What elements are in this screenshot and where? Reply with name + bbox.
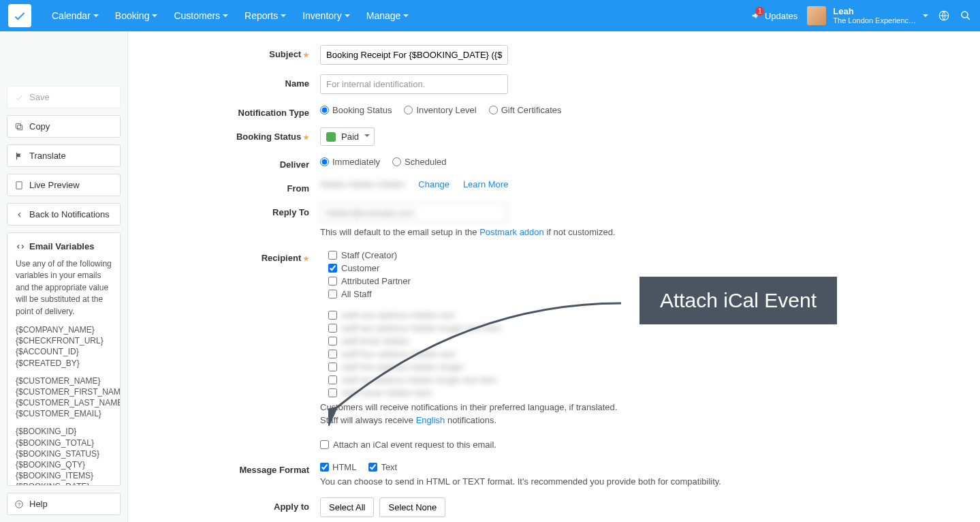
postmark-addon-link[interactable]: Postmark addon — [479, 227, 544, 237]
recipient-checkbox[interactable]: Customer — [328, 263, 865, 273]
updates-label: Updates — [765, 11, 797, 21]
select-none-button[interactable]: Select None — [379, 497, 445, 517]
reply-help: This will default to the email setup in … — [320, 226, 865, 239]
help-icon: ? — [14, 500, 24, 509]
header-right: 1 Updates Leah The London Experienc… — [751, 6, 972, 26]
learn-more-link[interactable]: Learn More — [463, 179, 508, 189]
deliver-immediately[interactable]: Immediately — [320, 157, 380, 167]
caret-down-icon — [152, 14, 157, 17]
variable-item: {$COMPANY_NAME} — [16, 324, 112, 335]
variable-item: {$ACCOUNT_ID} — [16, 346, 112, 357]
notif-type-gift-certificates[interactable]: Gift Certificates — [489, 105, 562, 115]
user-menu[interactable]: Leah The London Experienc… — [807, 6, 928, 26]
deliver-label: Deliver — [155, 155, 320, 170]
variable-item: {$BOOKING_DATE} — [16, 481, 112, 486]
from-label: From — [155, 179, 320, 194]
sidebar: Save Copy Translate Live Preview Back to… — [0, 31, 128, 522]
message-format-label: Message Format — [155, 461, 320, 475]
status-chip — [326, 132, 336, 142]
variable-item: {$BOOKING_TOTAL} — [16, 437, 112, 448]
updates-badge: 1 — [755, 7, 765, 16]
change-link[interactable]: Change — [418, 179, 449, 189]
email-variables-card: Email Variables Use any of of the follow… — [7, 232, 121, 486]
recipient-checkbox[interactable]: Staff (Creator) — [328, 250, 865, 260]
reply-to-input[interactable] — [320, 203, 508, 223]
variable-item: {$CHECKFRONT_URL} — [16, 335, 112, 346]
top-header: Calendar Booking Customers Reports Inven… — [0, 0, 980, 31]
recipient-checkbox[interactable]: staff three hidden — [328, 336, 865, 346]
nav-reports[interactable]: Reports — [238, 6, 293, 25]
app-logo[interactable] — [8, 4, 31, 27]
recipient-checkbox[interactable]: staff four address hidden text — [328, 349, 865, 359]
variable-item: {$BOOKING_STATUS} — [16, 448, 112, 459]
from-value: hidden hidden hidden — [320, 179, 405, 189]
caret-down-icon — [923, 14, 928, 17]
notif-type-inventory-level[interactable]: Inventory Level — [404, 105, 476, 115]
apply-to-label: Apply to — [155, 497, 320, 512]
nav-manage[interactable]: Manage — [360, 6, 416, 25]
subject-input[interactable] — [320, 45, 508, 65]
svg-point-1 — [962, 12, 968, 18]
caret-down-icon — [93, 14, 99, 17]
reply-to-label: Reply To — [155, 203, 320, 217]
search-icon[interactable] — [960, 10, 972, 22]
subject-label: Subject — [155, 45, 320, 59]
user-text: Leah The London Experienc… — [833, 6, 916, 26]
save-button[interactable]: Save — [7, 86, 121, 108]
check-icon — [12, 8, 27, 23]
ical-checkbox[interactable]: Attach an iCal event request to this ema… — [320, 440, 496, 450]
variable-item: {$BOOKING_QTY} — [16, 459, 112, 470]
recipient-checkbox[interactable]: staff six address hidden longer text ite… — [328, 375, 865, 385]
svg-rect-4 — [16, 123, 20, 128]
nav-inventory[interactable]: Inventory — [296, 6, 357, 25]
copy-icon — [14, 122, 24, 132]
back-button[interactable]: Back to Notifications — [7, 203, 121, 226]
document-icon — [14, 181, 24, 190]
nav-customers[interactable]: Customers — [167, 6, 235, 25]
booking-status-select[interactable]: Paid — [320, 127, 375, 146]
variable-item: {$BOOKING_ITEMS} — [16, 470, 112, 481]
variable-item: {$CREATED_BY} — [16, 358, 112, 369]
help-button[interactable]: ? Help — [7, 493, 121, 515]
deliver-scheduled[interactable]: Scheduled — [392, 157, 446, 167]
caret-down-icon — [403, 14, 409, 17]
status-value: Paid — [341, 132, 359, 142]
main-nav: Calendar Booking Customers Reports Inven… — [45, 6, 415, 25]
caret-down-icon — [364, 134, 370, 137]
nav-calendar[interactable]: Calendar — [45, 6, 106, 25]
recipient-checkbox[interactable]: staff five address hidden longer — [328, 362, 865, 372]
variable-item: {$CUSTOMER_EMAIL} — [16, 408, 112, 419]
caret-down-icon — [223, 14, 228, 17]
nav-booking[interactable]: Booking — [108, 6, 165, 25]
live-preview-button[interactable]: Live Preview — [7, 174, 121, 196]
caret-down-icon — [281, 14, 286, 17]
select-all-button[interactable]: Select All — [320, 497, 374, 517]
recipient-checkbox[interactable]: staff seven hidden item — [328, 388, 865, 398]
variable-item: {$CUSTOMER_LAST_NAME} — [16, 397, 112, 408]
svg-rect-5 — [16, 181, 22, 189]
notif-type-booking-status[interactable]: Booking Status — [320, 105, 392, 115]
notification-type-label: Notification Type — [155, 104, 320, 118]
user-company: The London Experienc… — [833, 16, 916, 25]
caret-down-icon — [345, 14, 350, 17]
svg-rect-3 — [18, 125, 22, 129]
flag-icon — [14, 151, 24, 161]
code-icon — [16, 242, 25, 251]
variable-item: {$CUSTOMER_NAME} — [16, 375, 112, 386]
english-link[interactable]: English — [416, 415, 445, 425]
name-input[interactable] — [320, 74, 508, 94]
name-label: Name — [155, 74, 320, 89]
card-description: Use any of of the following variables in… — [16, 258, 112, 318]
recipient-label: Recipient — [155, 249, 320, 263]
format-text[interactable]: Text — [368, 462, 397, 472]
format-html[interactable]: HTML — [320, 462, 356, 472]
svg-line-2 — [967, 17, 970, 20]
recipient-help: Customers will receive notifications in … — [320, 401, 865, 427]
check-icon — [14, 93, 24, 102]
copy-button[interactable]: Copy — [7, 115, 121, 138]
variable-item: {$CUSTOMER_FIRST_NAME} — [16, 386, 112, 397]
callout-label: Attach iCal Event — [639, 277, 837, 324]
globe-icon[interactable] — [938, 10, 950, 22]
translate-button[interactable]: Translate — [7, 144, 121, 167]
updates-button[interactable]: 1 Updates — [751, 11, 797, 21]
